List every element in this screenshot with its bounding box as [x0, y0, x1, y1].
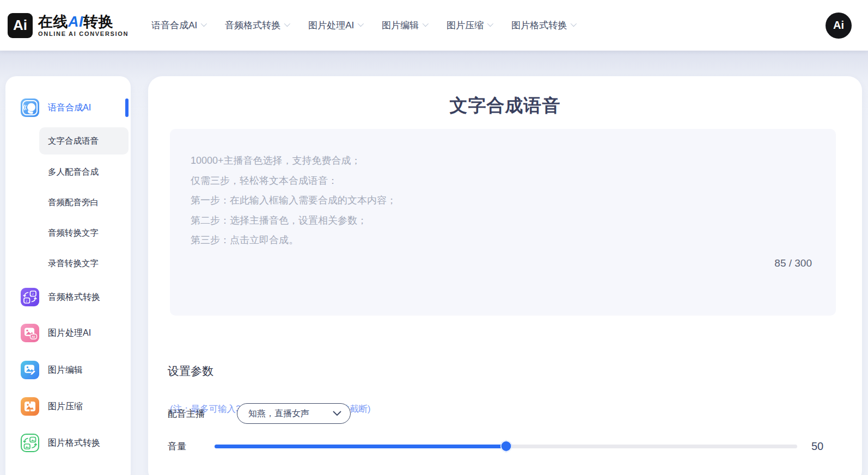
- voice-label: 配音主播: [168, 408, 205, 420]
- main-nav: 语音合成AI 音频格式转换 图片处理AI 图片编辑 图片压缩 图片格式转换: [151, 19, 575, 32]
- logo-subtitle: ONLINE AI CONVERSION: [38, 30, 129, 37]
- nav-label: 图片编辑: [382, 19, 419, 32]
- page-title: 文字合成语音: [148, 94, 862, 118]
- chevron-down-icon: [358, 21, 364, 27]
- sidebar-item-label: 图片编辑: [48, 365, 83, 376]
- logo-title-part3: 转换: [83, 14, 113, 30]
- volume-setting-row: 音量 50: [168, 435, 843, 457]
- image-format-convert-icon: [21, 434, 39, 452]
- nav-image-compress[interactable]: 图片压缩: [447, 19, 492, 32]
- volume-slider-handle[interactable]: [500, 441, 512, 452]
- chevron-down-icon: [333, 411, 341, 416]
- logo-ai-badge: Ai: [8, 13, 33, 38]
- sidebar-sub-audio-to-text[interactable]: 音频转换文字: [39, 222, 129, 244]
- sidebar-sub-label: 多人配音合成: [48, 166, 99, 178]
- voice-select[interactable]: 知燕，直播女声: [237, 403, 351, 424]
- svg-text:♪: ♪: [26, 299, 28, 303]
- nav-image-format[interactable]: 图片格式转换: [511, 19, 575, 32]
- nav-label: 音频格式转换: [225, 19, 280, 32]
- sidebar-sub-recording-to-text[interactable]: 录音转换文字: [39, 252, 129, 274]
- sidebar: 语音合成AI 文字合成语音 多人配音合成 音频配音旁白 音频转换文字 录音转换文…: [5, 76, 131, 475]
- page: Ai 在线AI转换 ONLINE AI CONVERSION 语音合成AI 音频…: [0, 0, 868, 475]
- main-panel: 文字合成语音 10000+主播音色选择，支持免费合成； 仅需三步，轻松将文本合成…: [148, 76, 862, 475]
- voice-setting-row: 配音主播 知燕，直播女声: [168, 403, 351, 424]
- audio-format-convert-icon: ♪ ♪: [21, 288, 39, 306]
- char-counter: 85 / 300: [774, 257, 812, 269]
- placeholder-line: 10000+主播音色选择，支持免费合成；: [191, 151, 396, 171]
- sidebar-item-audio-format[interactable]: ♪ ♪ 音频格式转换: [5, 285, 131, 309]
- text-input[interactable]: 10000+主播音色选择，支持免费合成； 仅需三步，轻松将文本合成语音： 第一步…: [170, 129, 836, 316]
- image-edit-icon: [21, 361, 39, 379]
- sidebar-sub-label: 文字合成语音: [48, 135, 99, 147]
- sidebar-sub-label: 录音转换文字: [48, 258, 99, 269]
- active-indicator: [125, 98, 129, 117]
- placeholder-line: 仅需三步，轻松将文本合成语音：: [191, 171, 396, 191]
- image-ai-icon: AI: [21, 324, 39, 342]
- sidebar-sub-multi-voice[interactable]: 多人配音合成: [39, 161, 129, 183]
- chevron-down-icon: [201, 21, 207, 27]
- volume-slider[interactable]: [215, 445, 797, 448]
- logo-title-part1: 在线: [38, 14, 68, 30]
- chevron-down-icon: [487, 21, 493, 27]
- voice-select-value: 知燕，直播女声: [248, 408, 309, 420]
- nav-label: 语音合成AI: [151, 19, 197, 32]
- user-avatar[interactable]: Ai: [826, 13, 852, 39]
- chevron-down-icon: [423, 21, 429, 27]
- sidebar-item-image-compress[interactable]: 图片压缩: [5, 394, 131, 418]
- sidebar-sub-audio-dubbing[interactable]: 音频配音旁白: [39, 192, 129, 213]
- sidebar-item-label: 语音合成AI: [48, 102, 91, 114]
- site-logo[interactable]: Ai 在线AI转换 ONLINE AI CONVERSION: [8, 13, 129, 38]
- logo-title: 在线AI转换: [38, 14, 129, 29]
- nav-voice-synthesis[interactable]: 语音合成AI: [151, 19, 205, 32]
- chevron-down-icon: [571, 21, 577, 27]
- sidebar-item-image-edit[interactable]: 图片编辑: [5, 358, 131, 382]
- sidebar-item-image-ai[interactable]: AI 图片处理AI: [5, 321, 131, 345]
- placeholder-line: 第三步：点击立即合成。: [191, 230, 396, 250]
- svg-text:♪: ♪: [32, 292, 34, 295]
- settings-heading: 设置参数: [168, 363, 213, 379]
- chevron-down-icon: [284, 21, 290, 27]
- volume-value: 50: [811, 440, 823, 453]
- nav-audio-format[interactable]: 音频格式转换: [225, 19, 289, 32]
- logo-title-part2: AI: [68, 14, 83, 30]
- sidebar-sub-text-to-speech[interactable]: 文字合成语音: [39, 127, 129, 155]
- volume-label: 音量: [168, 440, 186, 453]
- sidebar-item-label: 音频格式转换: [48, 292, 100, 303]
- nav-label: 图片压缩: [447, 19, 484, 32]
- nav-label: 图片处理AI: [308, 19, 354, 32]
- sidebar-item-label: 图片压缩: [48, 401, 83, 412]
- sidebar-item-label: 图片格式转换: [48, 437, 100, 449]
- sidebar-item-image-format[interactable]: 图片格式转换: [5, 431, 131, 455]
- text-input-placeholder: 10000+主播音色选择，支持免费合成； 仅需三步，轻松将文本合成语音： 第一步…: [191, 151, 396, 250]
- sidebar-sub-label: 音频转换文字: [48, 227, 99, 239]
- image-compress-icon: [21, 397, 39, 416]
- sidebar-sub-label: 音频配音旁白: [48, 197, 99, 208]
- top-navbar: Ai 在线AI转换 ONLINE AI CONVERSION 语音合成AI 音频…: [0, 0, 868, 51]
- placeholder-line: 第一步：在此输入框输入需要合成的文本内容；: [191, 190, 396, 211]
- sidebar-item-voice-synthesis[interactable]: 语音合成AI: [5, 97, 131, 119]
- nav-image-ai[interactable]: 图片处理AI: [308, 19, 362, 32]
- sidebar-item-label: 图片处理AI: [48, 328, 91, 339]
- voice-ai-icon: [21, 98, 39, 117]
- volume-slider-fill: [215, 445, 506, 448]
- nav-image-edit[interactable]: 图片编辑: [382, 19, 427, 32]
- svg-text:AI: AI: [32, 335, 35, 338]
- placeholder-line: 第二步：选择主播音色，设置相关参数；: [191, 211, 396, 231]
- nav-label: 图片格式转换: [511, 19, 567, 32]
